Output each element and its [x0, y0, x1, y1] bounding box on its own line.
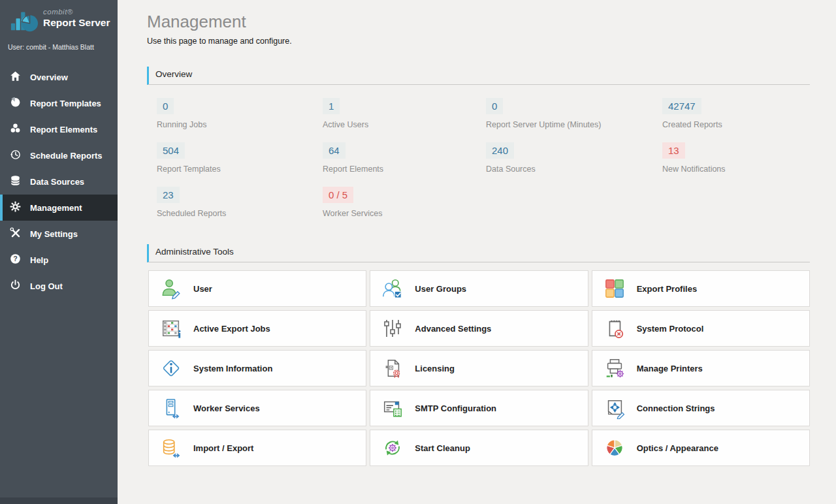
user-line: User: combit - Matthias Blatt: [0, 38, 118, 51]
tool-import-export[interactable]: Import / Export: [148, 430, 366, 466]
stat-value: 240: [486, 142, 514, 159]
stat-active-users: 1 Active Users: [313, 93, 476, 137]
user-groups-icon: [381, 277, 404, 300]
optics-appearance-icon: [603, 437, 626, 459]
admin-tools-grid: User User Groups Export Profiles: [148, 270, 810, 466]
advanced-settings-icon: [381, 317, 404, 339]
brand-name: Report Server: [43, 17, 110, 29]
tool-manage-printers[interactable]: Manage Printers: [592, 350, 810, 386]
stat-label: Report Elements: [323, 165, 476, 174]
stat-report-elements: 64 Report Elements: [313, 137, 476, 181]
import-export-icon: [160, 437, 182, 459]
tool-label: Advanced Settings: [415, 324, 491, 334]
sidebar-item-label: Report Templates: [30, 99, 101, 108]
stat-value: 23: [157, 187, 180, 203]
tool-label: Connection Strings: [637, 403, 715, 413]
licensing-icon: [381, 357, 404, 379]
manage-printers-icon: [603, 357, 626, 379]
stat-data-sources: 240 Data Sources: [476, 137, 652, 181]
clock-history-icon: [9, 148, 22, 163]
tool-active-export-jobs[interactable]: Active Export Jobs: [148, 310, 366, 347]
stat-value: 13: [662, 142, 685, 159]
sidebar-item-overview[interactable]: Overview: [0, 64, 118, 90]
home-icon: [9, 70, 22, 84]
stat-report-templates: 504 Report Templates: [147, 137, 313, 181]
stat-value: 1: [323, 98, 340, 114]
connection-strings-icon: [603, 397, 626, 419]
tool-label: Start Cleanup: [415, 443, 470, 453]
sidebar-item-log-out[interactable]: Log Out: [0, 273, 118, 299]
stat-worker-services: 0 / 5 Worker Services: [313, 181, 476, 226]
sidebar-nav: Overview Report Templates Report Element…: [0, 64, 118, 299]
sidebar-item-help[interactable]: ? Help: [0, 247, 118, 273]
sidebar-item-label: Overview: [30, 72, 68, 82]
overview-stats: 0 Running Jobs 1 Active Users 0 Report S…: [147, 85, 810, 226]
tool-user-groups[interactable]: User Groups: [370, 270, 588, 307]
tool-licensing[interactable]: Licensing: [370, 350, 588, 386]
stat-running-jobs: 0 Running Jobs: [147, 93, 313, 137]
stat-label: Report Templates: [157, 165, 313, 174]
main-content: Management Use this page to manage and c…: [118, 0, 836, 466]
sidebar-item-label: Management: [30, 203, 82, 213]
sidebar-item-management[interactable]: Management: [0, 195, 118, 221]
stat-label: Scheduled Reports: [157, 209, 313, 218]
sidebar: combit® Report Server User: combit - Mat…: [0, 0, 118, 504]
stat-label: Worker Services: [323, 209, 476, 218]
pie-chart-icon: [9, 96, 22, 110]
tool-worker-services[interactable]: Worker Services: [148, 390, 366, 426]
tool-label: Active Export Jobs: [193, 324, 270, 334]
overview-section-header: Overview: [147, 67, 810, 85]
database-icon: [9, 174, 22, 189]
tool-connection-strings[interactable]: Connection Strings: [592, 390, 810, 426]
sidebar-item-label: Data Sources: [30, 177, 84, 187]
gear-icon: [9, 200, 22, 215]
sidebar-item-label: Schedule Reports: [30, 151, 103, 161]
stat-label: Report Server Uptime (Minutes): [486, 120, 652, 129]
svg-text:?: ?: [13, 255, 18, 262]
user-icon: [160, 277, 182, 300]
stat-label: Data Sources: [486, 165, 652, 174]
tool-system-protocol[interactable]: System Protocol: [592, 310, 810, 347]
system-information-icon: [160, 357, 182, 379]
stat-new-notifications: 13 New Notifications: [652, 137, 810, 181]
sidebar-item-report-templates[interactable]: Report Templates: [0, 90, 118, 116]
power-icon: [9, 279, 22, 293]
tools-icon: [9, 227, 22, 241]
sidebar-item-label: Help: [30, 255, 48, 265]
page-title: Management: [147, 12, 810, 32]
stat-value: 0: [486, 98, 503, 114]
tool-label: Licensing: [415, 364, 455, 373]
tool-export-profiles[interactable]: Export Profiles: [592, 270, 810, 307]
app-logo: combit® Report Server: [0, 0, 118, 38]
sidebar-item-my-settings[interactable]: My Settings: [0, 221, 118, 247]
tool-start-cleanup[interactable]: Start Cleanup: [370, 430, 588, 466]
tool-label: Worker Services: [193, 403, 260, 413]
stat-value: 0 / 5: [323, 187, 353, 203]
sidebar-bottom-strip: [0, 497, 118, 504]
help-circle-icon: ?: [9, 253, 22, 267]
tool-optics-appearance[interactable]: Optics / Appearance: [592, 430, 810, 466]
tool-system-information[interactable]: System Information: [148, 350, 366, 386]
tool-user[interactable]: User: [148, 270, 366, 307]
smtp-configuration-icon: [381, 397, 404, 419]
active-export-jobs-icon: [160, 317, 182, 339]
sidebar-item-report-elements[interactable]: Report Elements: [0, 116, 118, 142]
admin-tools-section-header: Administrative Tools: [147, 244, 810, 262]
export-profiles-icon: [603, 277, 626, 300]
tool-label: Export Profiles: [637, 284, 697, 294]
worker-services-icon: [160, 397, 182, 419]
brand-top: combit®: [43, 8, 110, 16]
tool-label: User Groups: [415, 284, 466, 294]
tool-smtp-configuration[interactable]: SMTP Configuration: [370, 390, 588, 426]
stat-label: Created Reports: [662, 120, 810, 129]
system-protocol-icon: [603, 317, 626, 339]
tool-label: User: [193, 284, 212, 294]
sidebar-item-schedule-reports[interactable]: Schedule Reports: [0, 142, 118, 168]
page-subtitle: Use this page to manage and configure.: [147, 37, 810, 46]
tool-label: System Information: [193, 364, 272, 373]
elements-cluster-icon: [9, 122, 22, 136]
sidebar-item-label: My Settings: [30, 229, 78, 239]
tool-advanced-settings[interactable]: Advanced Settings: [370, 310, 588, 347]
brand-chart-pie-icon: [9, 5, 39, 38]
sidebar-item-data-sources[interactable]: Data Sources: [0, 168, 118, 195]
